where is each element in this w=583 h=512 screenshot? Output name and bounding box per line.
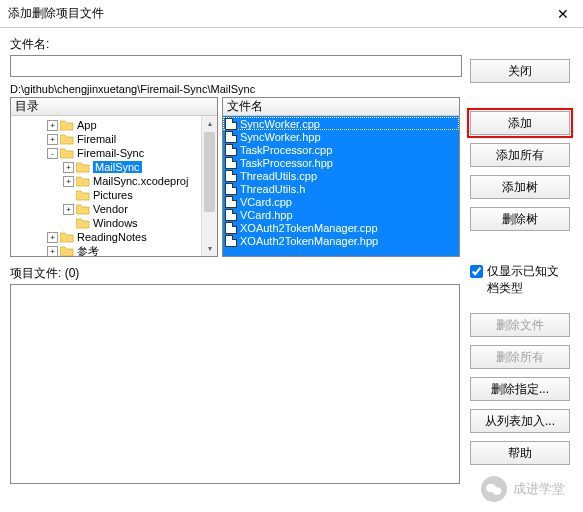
file-item-label: ThreadUtils.cpp: [240, 170, 317, 182]
project-files-listbox[interactable]: [10, 284, 460, 484]
tree-item-label: Firemail-Sync: [77, 147, 144, 159]
add-from-list-button[interactable]: 从列表加入...: [470, 409, 570, 433]
watermark: 成进学堂: [481, 476, 565, 502]
file-header: 文件名: [223, 98, 459, 116]
folder-icon: [60, 148, 74, 159]
file-icon: [225, 144, 237, 156]
remove-selected-button[interactable]: 删除指定...: [470, 377, 570, 401]
scroll-thumb[interactable]: [204, 132, 215, 212]
file-icon: [225, 222, 237, 234]
file-item[interactable]: XOAuth2TokenManager.hpp: [223, 234, 459, 247]
remove-all-button[interactable]: 删除所有: [470, 345, 570, 369]
tree-item-label: MailSync.xcodeproj: [93, 175, 188, 187]
remove-tree-button[interactable]: 删除树: [470, 207, 570, 231]
tree-item[interactable]: +参考: [11, 244, 217, 256]
file-icon: [225, 157, 237, 169]
expand-icon[interactable]: +: [63, 204, 74, 215]
expand-icon[interactable]: +: [47, 246, 58, 257]
directory-tree[interactable]: +App+Firemail-Firemail-Sync+MailSync+Mai…: [11, 116, 217, 256]
file-item-label: TaskProcessor.cpp: [240, 144, 332, 156]
tree-item[interactable]: -Firemail-Sync: [11, 146, 217, 160]
add-tree-button[interactable]: 添加树: [470, 175, 570, 199]
window-close-button[interactable]: ✕: [543, 0, 583, 28]
file-item[interactable]: TaskProcessor.cpp: [223, 143, 459, 156]
close-icon: ✕: [557, 6, 569, 22]
folder-icon: [60, 232, 74, 243]
scroll-down-icon[interactable]: ▾: [202, 241, 217, 256]
folder-icon: [60, 120, 74, 131]
tree-item[interactable]: Windows: [11, 216, 217, 230]
filename-label: 文件名:: [10, 36, 49, 53]
close-button[interactable]: 关闭: [470, 59, 570, 83]
file-item-label: VCard.cpp: [240, 196, 292, 208]
expand-icon[interactable]: -: [47, 148, 58, 159]
remove-file-button[interactable]: 删除文件: [470, 313, 570, 337]
tree-item[interactable]: +MailSync.xcodeproj: [11, 174, 217, 188]
project-files-label: 项目文件: (0): [10, 265, 462, 282]
show-known-types-input[interactable]: [470, 265, 483, 278]
file-icon: [225, 235, 237, 247]
expand-icon[interactable]: +: [47, 232, 58, 243]
tree-item-label: MailSync: [93, 161, 142, 173]
expand-icon[interactable]: +: [47, 120, 58, 131]
expand-icon[interactable]: +: [47, 134, 58, 145]
file-item[interactable]: ThreadUtils.cpp: [223, 169, 459, 182]
file-icon: [225, 170, 237, 182]
tree-item-label: ReadingNotes: [77, 231, 147, 243]
folder-icon: [76, 190, 90, 201]
tree-item[interactable]: +App: [11, 118, 217, 132]
tree-item-label: Windows: [93, 217, 138, 229]
file-item-label: ThreadUtils.h: [240, 183, 305, 195]
file-item-label: VCard.hpp: [240, 209, 293, 221]
file-item-label: TaskProcessor.hpp: [240, 157, 333, 169]
file-list[interactable]: SyncWorker.cppSyncWorker.hppTaskProcesso…: [223, 116, 459, 256]
file-icon: [225, 183, 237, 195]
file-list-panel: 文件名 SyncWorker.cppSyncWorker.hppTaskProc…: [222, 97, 460, 257]
file-item[interactable]: VCard.cpp: [223, 195, 459, 208]
file-icon: [225, 196, 237, 208]
help-button[interactable]: 帮助: [470, 441, 570, 465]
svg-point-1: [493, 487, 502, 495]
folder-icon: [76, 218, 90, 229]
scroll-up-icon[interactable]: ▴: [202, 116, 217, 131]
tree-scrollbar[interactable]: ▴ ▾: [201, 116, 217, 256]
file-icon: [225, 131, 237, 143]
tree-item[interactable]: +ReadingNotes: [11, 230, 217, 244]
show-known-types-checkbox[interactable]: 仅显示已知文档类型: [470, 263, 570, 297]
current-path: D:\github\chengjinxuetang\Firemail-Sync\…: [10, 83, 462, 95]
tree-item[interactable]: +Vendor: [11, 202, 217, 216]
file-item[interactable]: TaskProcessor.hpp: [223, 156, 459, 169]
folder-icon: [76, 176, 90, 187]
file-item[interactable]: SyncWorker.hpp: [223, 130, 459, 143]
file-item[interactable]: XOAuth2TokenManager.cpp: [223, 221, 459, 234]
add-all-button[interactable]: 添加所有: [470, 143, 570, 167]
file-item[interactable]: SyncWorker.cpp: [223, 117, 459, 130]
file-item[interactable]: ThreadUtils.h: [223, 182, 459, 195]
file-item-label: XOAuth2TokenManager.cpp: [240, 222, 378, 234]
filename-input[interactable]: [10, 55, 462, 77]
wechat-icon: [481, 476, 507, 502]
add-button[interactable]: 添加: [470, 111, 570, 135]
folder-icon: [76, 204, 90, 215]
directory-header: 目录: [11, 98, 217, 116]
folder-icon: [76, 162, 90, 173]
expand-icon[interactable]: +: [63, 176, 74, 187]
file-icon: [225, 209, 237, 221]
file-item[interactable]: VCard.hpp: [223, 208, 459, 221]
tree-item-label: Vendor: [93, 203, 128, 215]
tree-item[interactable]: +Firemail: [11, 132, 217, 146]
watermark-text: 成进学堂: [513, 480, 565, 498]
file-item-label: XOAuth2TokenManager.hpp: [240, 235, 378, 247]
tree-item-label: Firemail: [77, 133, 116, 145]
titlebar: 添加删除项目文件 ✕: [0, 0, 583, 28]
folder-icon: [60, 134, 74, 145]
file-item-label: SyncWorker.hpp: [240, 131, 321, 143]
file-icon: [225, 118, 237, 130]
folder-icon: [60, 246, 74, 257]
tree-item-label: Pictures: [93, 189, 133, 201]
directory-tree-panel: 目录 +App+Firemail-Firemail-Sync+MailSync+…: [10, 97, 218, 257]
expand-icon[interactable]: +: [63, 162, 74, 173]
tree-item-label: App: [77, 119, 97, 131]
tree-item[interactable]: Pictures: [11, 188, 217, 202]
tree-item[interactable]: +MailSync: [11, 160, 217, 174]
